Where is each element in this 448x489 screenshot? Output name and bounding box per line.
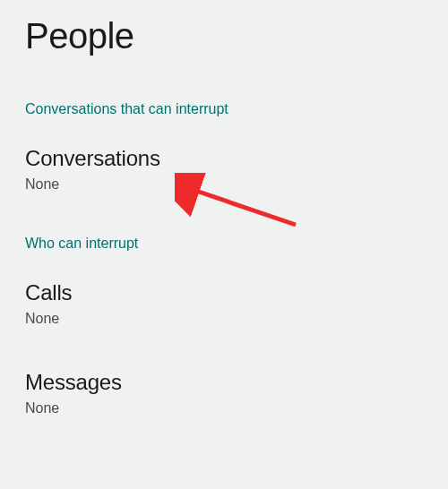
- setting-value: None: [25, 311, 423, 327]
- settings-page: People Conversations that can interrupt …: [0, 0, 448, 459]
- page-title: People: [25, 0, 423, 101]
- section-label-conversations: Conversations that can interrupt: [25, 101, 423, 146]
- setting-title: Calls: [25, 280, 423, 311]
- setting-title: Conversations: [25, 146, 423, 176]
- section-label-interrupt: Who can interrupt: [25, 236, 423, 280]
- setting-item-conversations[interactable]: Conversations None: [25, 146, 423, 236]
- setting-value: None: [25, 400, 423, 416]
- setting-value: None: [25, 176, 423, 193]
- setting-item-messages[interactable]: Messages None: [25, 370, 423, 459]
- setting-item-calls[interactable]: Calls None: [25, 280, 423, 370]
- setting-title: Messages: [25, 370, 423, 400]
